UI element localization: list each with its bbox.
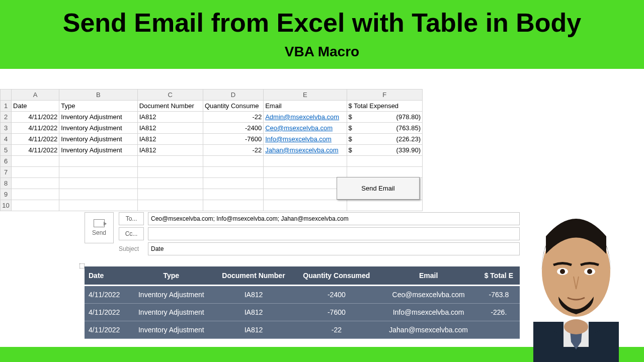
cell[interactable]: Info@msexcelvba.com — [264, 134, 347, 145]
excel-grid: A B C D E F 1 Date Type Document Number … — [0, 89, 423, 211]
email-body-table: Date Type Document Number Quantity Consu… — [85, 266, 520, 339]
to-button[interactable]: To... — [119, 212, 144, 225]
cell[interactable] — [12, 178, 59, 189]
cell[interactable] — [59, 200, 137, 211]
cell[interactable]: -22 — [203, 145, 263, 156]
col-header-e[interactable]: E — [264, 89, 347, 101]
row-header[interactable]: 2 — [1, 112, 12, 123]
cell[interactable] — [137, 167, 203, 178]
email-link[interactable]: Ceo@msexcelvba.com — [265, 124, 333, 132]
cell[interactable] — [264, 156, 347, 167]
cell[interactable]: Inventory Adjustment — [59, 145, 137, 156]
cell[interactable]: Inventory Adjustment — [59, 123, 137, 134]
cell[interactable]: Inventory Adjustment — [59, 112, 137, 123]
cell[interactable]: IA812 — [137, 134, 203, 145]
row-header[interactable]: 5 — [1, 145, 12, 156]
cell[interactable]: Ceo@msexcelvba.com — [264, 123, 347, 134]
cell[interactable] — [203, 178, 263, 189]
send-email-button[interactable]: Send Email — [337, 177, 420, 200]
cell[interactable]: 4/11/2022 — [12, 145, 59, 156]
cell[interactable]: 4/11/2022 — [12, 123, 59, 134]
cell[interactable]: IA812 — [137, 145, 203, 156]
col-header-d[interactable]: D — [203, 89, 263, 101]
cc-button[interactable]: Cc... — [119, 227, 144, 240]
email-link[interactable]: Admin@msexcelvba.com — [265, 113, 339, 121]
email-link[interactable]: Jahan@msexcelvba.com — [265, 146, 338, 154]
outlook-compose: Send To... Cc... Subject Date Type Docum… — [85, 212, 520, 339]
cc-input[interactable] — [148, 227, 520, 240]
col-header-c[interactable]: C — [137, 89, 203, 101]
cell[interactable]: Email — [264, 101, 347, 112]
cell[interactable] — [137, 189, 203, 200]
body-header: Document Number — [213, 266, 294, 286]
cell[interactable]: IA812 — [137, 123, 203, 134]
col-header-f[interactable]: F — [347, 89, 422, 101]
row-header[interactable]: 4 — [1, 134, 12, 145]
body-cell: -2400 — [294, 286, 379, 304]
cell[interactable] — [59, 156, 137, 167]
cell[interactable] — [12, 167, 59, 178]
cell[interactable] — [203, 167, 263, 178]
cell[interactable] — [264, 178, 347, 189]
cell[interactable] — [203, 156, 263, 167]
cell[interactable]: Admin@msexcelvba.com — [264, 112, 347, 123]
cell[interactable]: Jahan@msexcelvba.com — [264, 145, 347, 156]
send-label: Send — [92, 229, 106, 236]
body-cell: Ceo@msexcelvba.com — [379, 286, 478, 304]
cell[interactable] — [137, 178, 203, 189]
col-header-b[interactable]: B — [59, 89, 137, 101]
row-header[interactable]: 8 — [1, 178, 12, 189]
cell[interactable]: Type — [59, 101, 137, 112]
cell[interactable]: $(978.80) — [347, 112, 422, 123]
row-header[interactable]: 3 — [1, 123, 12, 134]
cell[interactable] — [347, 156, 422, 167]
cell[interactable] — [59, 178, 137, 189]
cell[interactable] — [203, 189, 263, 200]
cell[interactable]: Date — [12, 101, 59, 112]
cell[interactable] — [264, 189, 347, 200]
cell[interactable] — [59, 167, 137, 178]
cell[interactable] — [12, 189, 59, 200]
cell[interactable]: $(339.90) — [347, 145, 422, 156]
col-header-a[interactable]: A — [12, 89, 59, 101]
to-input[interactable] — [148, 212, 520, 225]
cell[interactable]: 4/11/2022 — [12, 134, 59, 145]
excel-table[interactable]: A B C D E F 1 Date Type Document Number … — [0, 89, 423, 211]
cell[interactable] — [12, 156, 59, 167]
cell[interactable]: Inventory Adjustment — [59, 134, 137, 145]
cell[interactable]: 4/11/2022 — [12, 112, 59, 123]
cell[interactable] — [203, 200, 263, 211]
cell[interactable] — [137, 156, 203, 167]
svg-point-6 — [560, 269, 565, 274]
cell[interactable]: Quantity Consume — [203, 101, 263, 112]
row-header[interactable]: 1 — [1, 101, 12, 112]
row-header[interactable]: 6 — [1, 156, 12, 167]
row-header[interactable]: 7 — [1, 167, 12, 178]
cell[interactable]: -2400 — [203, 123, 263, 134]
cell[interactable] — [137, 200, 203, 211]
subject-input[interactable] — [148, 242, 520, 255]
cell[interactable] — [347, 200, 422, 211]
cell[interactable]: -22 — [203, 112, 263, 123]
cell[interactable] — [12, 200, 59, 211]
body-cell: IA812 — [213, 321, 294, 339]
row-header[interactable]: 10 — [1, 200, 12, 211]
email-link[interactable]: Info@msexcelvba.com — [265, 135, 332, 143]
select-all-corner[interactable] — [1, 89, 12, 101]
cell[interactable]: $ Total Expensed — [347, 101, 422, 112]
cell[interactable] — [347, 167, 422, 178]
cell[interactable]: -7600 — [203, 134, 263, 145]
cell[interactable]: $(763.85) — [347, 123, 422, 134]
row-header[interactable]: 9 — [1, 189, 12, 200]
table-row: 10 — [1, 200, 423, 211]
cell[interactable]: Document Number — [137, 101, 203, 112]
send-button[interactable]: Send — [85, 212, 114, 243]
cell[interactable]: $(226.23) — [347, 134, 422, 145]
cell[interactable] — [264, 200, 347, 211]
cell[interactable]: Send Email — [347, 178, 422, 200]
cell[interactable] — [59, 189, 137, 200]
cell[interactable] — [264, 167, 347, 178]
cell[interactable]: IA812 — [137, 112, 203, 123]
table-row: 7 — [1, 167, 423, 178]
drag-handle-icon[interactable] — [79, 263, 85, 268]
